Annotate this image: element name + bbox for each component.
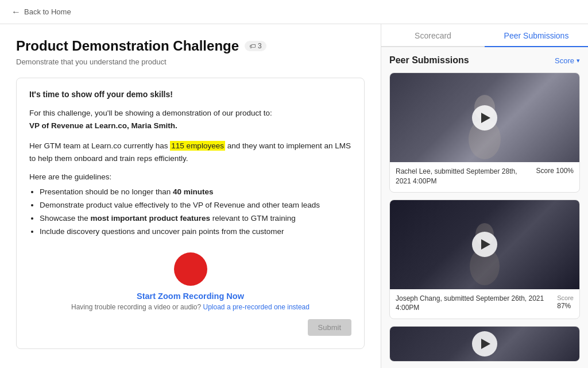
top-nav: ← Back to Home [0,0,588,24]
play-button-3[interactable] [472,331,497,356]
submission-card: Rachel Lee, submitted September 28th, 20… [389,72,580,193]
card-para1: For this challenge, you'll be showing a … [29,107,351,132]
score-value-1: 100% [556,167,574,175]
card-para2-pre: Her GTM team at Learn.co currently has [29,141,170,150]
guidelines-list: Presentation should be no longer than 40… [29,186,351,239]
card-para2-highlight: 115 employees [170,141,225,151]
card-para2: Her GTM team at Learn.co currently has 1… [29,140,351,164]
play-icon-1 [481,113,490,123]
bold-minutes: 40 minutes [173,187,214,196]
challenge-card: It's time to show off your demo skills! … [16,78,365,349]
video-thumbnail-1[interactable] [390,73,579,162]
challenge-header: Product Demonstration Challenge 🏷 3 [16,38,365,54]
card-para1-pre: For this challenge, you'll be showing a … [29,109,272,117]
submission-score-2: Score 87% [557,294,574,310]
chevron-down-icon: ▾ [577,57,580,64]
challenge-badge: 🏷 3 [245,41,266,51]
score-label-2: Score [557,294,574,301]
right-panel: Scorecard Peer Submissions Peer Submissi… [381,24,588,368]
video-thumbnail-3[interactable] [390,327,579,361]
submission-row1: Rachel Lee, submitted September 28th, 20… [396,167,574,186]
submission-name-date-1: Rachel Lee, submitted September 28th, 20… [396,167,532,186]
play-button-2[interactable] [472,232,497,257]
submit-row: Submit [29,319,351,336]
play-icon-2 [481,239,490,250]
trouble-text: Having trouble recording a video or audi… [71,303,310,311]
upload-link[interactable]: Upload a pre-recorded one instead [203,303,310,311]
list-item: Showcase the most important product feat… [40,212,351,225]
peer-heading: Peer Submissions [389,55,469,66]
submission-score-1: Score 100% [536,167,574,175]
back-link[interactable]: ← Back to Home [11,7,71,17]
score-filter[interactable]: Score ▾ [555,56,580,65]
score-value-2: 87% [557,302,571,310]
tag-icon: 🏷 [249,43,256,49]
challenge-subtitle: Demonstrate that you understand the prod… [16,57,365,66]
record-section: Start Zoom Recording Now Having trouble … [29,252,351,311]
submit-button[interactable]: Submit [308,319,351,336]
peer-panel: Peer Submissions Score ▾ [381,47,588,368]
submission-info-1: Rachel Lee, submitted September 28th, 20… [390,162,579,192]
card-intro: It's time to show off your demo skills! [29,90,351,99]
main-layout: Product Demonstration Challenge 🏷 3 Demo… [0,24,588,368]
submission-info-2: Joseph Chang, submitted September 26th, … [390,289,579,319]
video-thumbnail-2[interactable] [390,200,579,289]
left-panel: Product Demonstration Challenge 🏷 3 Demo… [0,24,381,368]
guidelines-title: Here are the guidelines: [29,172,351,181]
play-icon-3 [481,339,490,349]
submission-row2: Joseph Chang, submitted September 26th, … [396,294,574,313]
back-label: Back to Home [24,7,71,16]
record-button[interactable] [174,252,207,286]
submission-card-2: Joseph Chang, submitted September 26th, … [389,200,580,320]
list-item: Demonstrate product value effectively to… [40,199,351,212]
score-filter-label: Score [555,56,574,65]
challenge-title: Product Demonstration Challenge [16,38,239,54]
bold-features: most important product features [91,214,211,223]
submission-name-1: Rachel Lee [396,167,431,175]
tab-peer-submissions[interactable]: Peer Submissions [485,24,588,47]
score-label-1: Score [536,167,554,175]
trouble-pre: Having trouble recording a video or audi… [71,303,201,311]
card-para1-bold: VP of Revenue at Learn.co, Maria Smith. [29,121,177,130]
submission-name-date-2: Joseph Chang, submitted September 26th, … [396,294,552,313]
zoom-link[interactable]: Start Zoom Recording Now [137,292,244,301]
submission-card-3 [389,326,580,362]
right-tabs: Scorecard Peer Submissions [381,24,588,47]
list-item: Presentation should be no longer than 40… [40,186,351,199]
badge-count: 3 [258,42,262,50]
back-arrow-icon: ← [11,7,21,17]
play-button-1[interactable] [472,105,497,131]
peer-header: Peer Submissions Score ▾ [389,55,580,66]
list-item: Include discovery questions and uncover … [40,225,351,239]
tab-scorecard[interactable]: Scorecard [381,24,485,47]
submission-name-2: Joseph Chang [396,294,440,302]
